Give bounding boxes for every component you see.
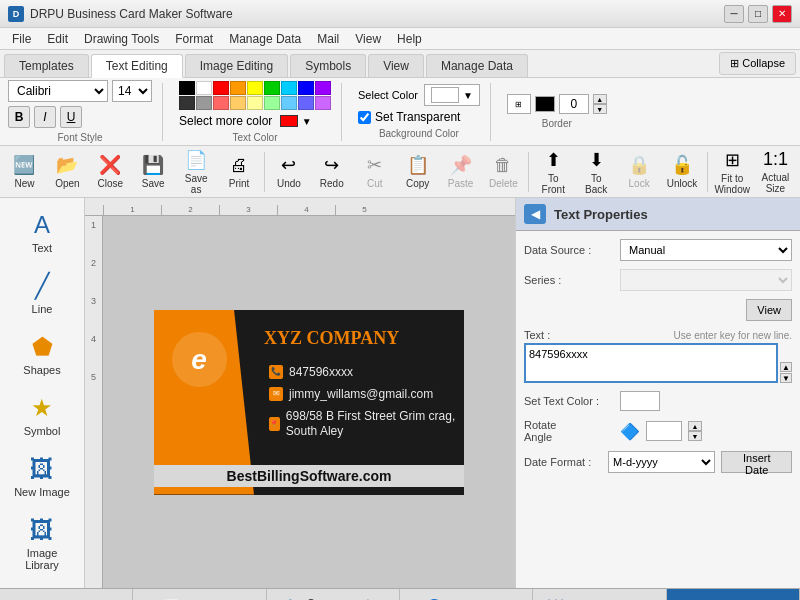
bold-button[interactable]: B [8,106,30,128]
delete-label: Delete [489,178,518,189]
tool-save[interactable]: 💾Save [133,149,174,195]
tool-actualsize[interactable]: 1:1Actual Size [755,149,796,195]
rotate-up[interactable]: ▲ [688,421,702,431]
scroll-indicator: ▲ ▼ [780,362,792,383]
sidebar-item-symbol[interactable]: ★Symbol [3,387,81,444]
font-name-select[interactable]: Calibri [8,80,108,102]
color-swatch-4[interactable] [247,81,263,95]
color-swatch-16[interactable] [298,96,314,110]
canvas-area: 1 2 3 4 5 1 2 3 4 5 e [85,198,515,588]
bottom-btn-cardfront[interactable]: 🪪Card Front [0,589,133,600]
menu-item-edit[interactable]: Edit [39,30,76,48]
color-swatch-2[interactable] [213,81,229,95]
tool-copy[interactable]: 📋Copy [397,149,438,195]
color-swatch-17[interactable] [315,96,331,110]
color-swatch-12[interactable] [230,96,246,110]
close-button[interactable]: ✕ [772,5,792,23]
text-textarea[interactable]: 847596xxxx [524,343,778,383]
actualsize-label: Actual Size [758,172,793,194]
tool-toback[interactable]: ⬇To Back [576,149,617,195]
action-toolbar: 🆕New📂Open❌Close💾Save📄Save as🖨Print↩Undo↪… [0,146,800,198]
menu-item-file[interactable]: File [4,30,39,48]
bottom-btn-printdesign[interactable]: 🖨Print Design [667,589,800,600]
tab-templates[interactable]: Templates [4,54,89,77]
data-source-select[interactable]: Manual [620,239,792,261]
border-pattern-selector[interactable]: ⊞ [507,94,531,114]
collapse-button[interactable]: ⊞ Collapse [719,52,796,75]
tool-print[interactable]: 🖨Print [219,149,260,195]
select-more-row[interactable]: Select more color ▼ [179,114,312,128]
transparent-checkbox[interactable] [358,111,371,124]
tab-symbols[interactable]: Symbols [290,54,366,77]
underline-button[interactable]: U [60,106,82,128]
canvas-scroll[interactable]: e XYZ COMPANY 📞 847596xxxx ✉ jimmy_willa… [103,216,515,588]
color-swatch-7[interactable] [298,81,314,95]
menu-item-manage-data[interactable]: Manage Data [221,30,309,48]
tool-open[interactable]: 📂Open [47,149,88,195]
cut-icon: ✂ [367,154,382,176]
sidebar-item-shapes[interactable]: ⬟Shapes [3,326,81,383]
phone-icon: 📞 [269,365,283,379]
tab-manage-data[interactable]: Manage Data [426,54,528,77]
tool-close[interactable]: ❌Close [90,149,131,195]
menu-item-mail[interactable]: Mail [309,30,347,48]
menu-item-view[interactable]: View [347,30,389,48]
border-width-down[interactable]: ▼ [593,104,607,114]
sidebar-item-imagelibrary[interactable]: 🖼Image Library [3,509,81,578]
color-swatch-1[interactable] [196,81,212,95]
border-color-box[interactable] [535,96,555,112]
color-swatch-15[interactable] [281,96,297,110]
minimize-button[interactable]: ─ [724,5,744,23]
color-swatch-3[interactable] [230,81,246,95]
italic-button[interactable]: I [34,106,56,128]
font-size-select[interactable]: 14 [112,80,152,102]
scroll-up[interactable]: ▲ [780,362,792,372]
color-swatch-0[interactable] [179,81,195,95]
tab-text-editing[interactable]: Text Editing [91,54,183,78]
sidebar-item-signature[interactable]: ✍Signature [3,582,81,588]
sidebar-item-newimage[interactable]: 🖼New Image [3,448,81,505]
color-swatch-10[interactable] [196,96,212,110]
series-select[interactable] [620,269,792,291]
color-swatch-6[interactable] [281,81,297,95]
sidebar-item-text[interactable]: AText [3,204,81,261]
maximize-button[interactable]: □ [748,5,768,23]
rotate-value-input[interactable]: 0 [646,421,682,441]
menu-item-format[interactable]: Format [167,30,221,48]
tool-redo[interactable]: ↪Redo [311,149,352,195]
bottom-btn-exportimage[interactable]: 🖼Export as Image [533,589,666,600]
border-width-up[interactable]: ▲ [593,94,607,104]
tool-tofront[interactable]: ⬆To Front [533,149,574,195]
panel-back-button[interactable]: ◀ [524,204,546,224]
bottom-btn-cardback[interactable]: 🃏Card Back [133,589,266,600]
color-swatch-13[interactable] [247,96,263,110]
tab-image-editing[interactable]: Image Editing [185,54,288,77]
tool-undo[interactable]: ↩Undo [268,149,309,195]
insert-date-button[interactable]: Insert Date [721,451,792,473]
redo-icon: ↪ [324,154,339,176]
tool-unlock[interactable]: 🔓Unlock [662,149,703,195]
ruler-tick-5: 5 [335,205,393,215]
color-swatch-8[interactable] [315,81,331,95]
color-swatch-9[interactable] [179,96,195,110]
rotate-down[interactable]: ▼ [688,431,702,441]
date-format-select[interactable]: M-d-yyyy [608,451,715,473]
color-swatch-11[interactable] [213,96,229,110]
menu-item-drawing-tools[interactable]: Drawing Tools [76,30,167,48]
tool-fitwindow[interactable]: ⊞Fit to Window [711,149,753,195]
tab-view[interactable]: View [368,54,424,77]
text-color-picker[interactable] [620,391,660,411]
scroll-down[interactable]: ▼ [780,373,792,383]
tool-new[interactable]: 🆕New [4,149,45,195]
sidebar-item-line[interactable]: ╱Line [3,265,81,322]
view-button[interactable]: View [746,299,792,321]
menu-item-help[interactable]: Help [389,30,430,48]
bottom-btn-copycurrent[interactable]: 📋Copy current design [267,589,400,600]
border-width-input[interactable] [559,94,589,114]
color-swatch-14[interactable] [264,96,280,110]
bg-color-picker[interactable]: ▼ [424,84,480,106]
color-swatch-5[interactable] [264,81,280,95]
text-area-container: Text : Use enter key for new line. 84759… [524,329,792,383]
tool-saveas[interactable]: 📄Save as [176,149,217,195]
bottom-btn-userprofile[interactable]: 👤User Profile [400,589,533,600]
